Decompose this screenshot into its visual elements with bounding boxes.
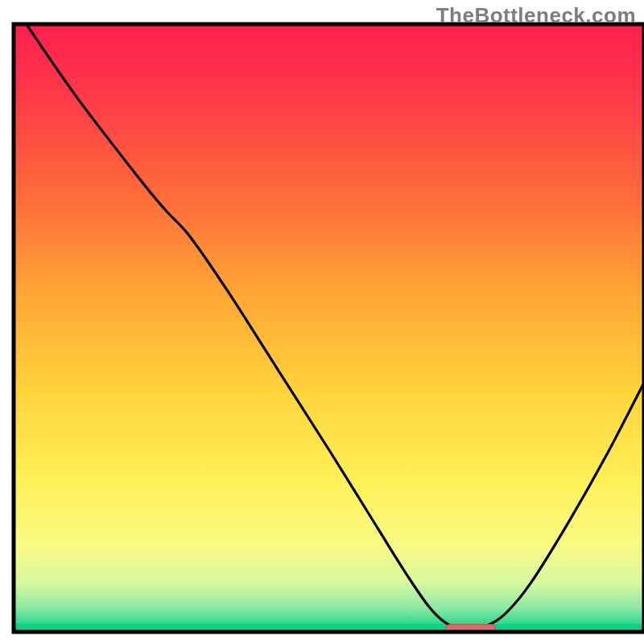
chart-stage: TheBottleneck.com <box>0 0 644 644</box>
watermark-text: TheBottleneck.com <box>436 3 636 28</box>
plot-background <box>14 24 644 632</box>
bottleneck-chart <box>0 0 644 644</box>
